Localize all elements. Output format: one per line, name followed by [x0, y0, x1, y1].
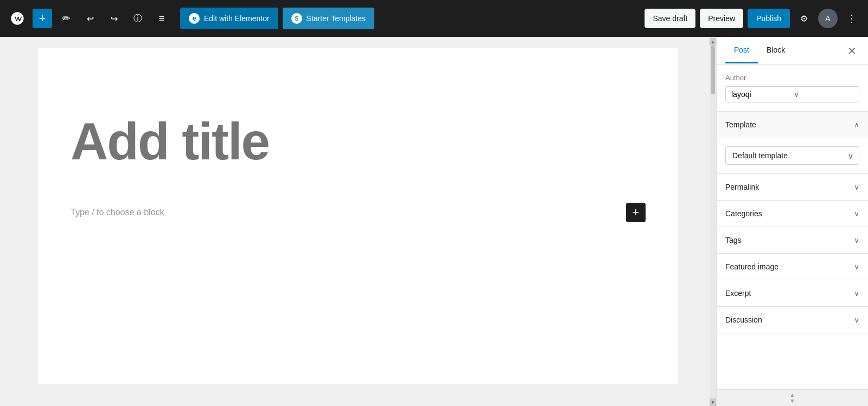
- tags-row[interactable]: Tags ∨: [717, 227, 868, 254]
- permalink-label: Permalink: [725, 183, 854, 191]
- author-label: Author: [725, 74, 859, 82]
- template-label: Template: [725, 120, 854, 129]
- type-hint-text: Type / to choose a block: [71, 208, 164, 217]
- pencil-icon: ✏: [62, 12, 71, 24]
- info-icon: ⓘ: [133, 13, 142, 24]
- discussion-collapse-icon: ∨: [854, 315, 859, 324]
- more-icon: ⋮: [847, 12, 857, 24]
- gear-icon: ⚙: [800, 14, 808, 24]
- scroll-up-arrow[interactable]: ▲: [710, 38, 716, 46]
- preview-button[interactable]: Preview: [700, 9, 743, 28]
- main-content: ▲ ▼ Add title Type / to choose a block +…: [0, 37, 868, 406]
- starter-templates-icon: S: [291, 13, 302, 24]
- featured-image-row[interactable]: Featured image ∨: [717, 254, 868, 280]
- info-button[interactable]: ⓘ: [128, 9, 148, 28]
- redo-icon: ↪: [111, 14, 118, 24]
- excerpt-row[interactable]: Excerpt ∨: [717, 280, 868, 307]
- starter-templates-button[interactable]: S Starter Templates: [283, 8, 374, 29]
- tags-collapse-icon: ∨: [854, 236, 859, 244]
- permalink-collapse-icon: ∨: [854, 183, 859, 191]
- toolbar: + ✏ ↩ ↪ ⓘ ≡ e Edit with Elementor S Star…: [0, 0, 868, 37]
- user-avatar-button[interactable]: A: [818, 9, 838, 28]
- edit-elementor-button[interactable]: e Edit with Elementor: [180, 8, 278, 29]
- editor-canvas: Add title Type / to choose a block +: [38, 48, 678, 384]
- menu-icon: ≡: [159, 13, 165, 24]
- elementor-icon: e: [189, 13, 200, 24]
- add-block-button[interactable]: +: [33, 9, 52, 28]
- template-row[interactable]: Template ∧: [717, 112, 868, 138]
- close-icon: ✕: [847, 44, 857, 57]
- excerpt-collapse-icon: ∨: [854, 289, 859, 298]
- permalink-row[interactable]: Permalink ∨: [717, 174, 868, 201]
- type-hint-area: Type / to choose a block +: [71, 203, 646, 222]
- save-draft-button[interactable]: Save draft: [644, 9, 695, 28]
- categories-collapse-icon: ∨: [854, 209, 859, 218]
- template-select-section: Default template ∨: [717, 138, 868, 174]
- sidebar-close-button[interactable]: ✕: [844, 43, 859, 59]
- wp-logo-button[interactable]: [7, 8, 28, 29]
- avatar-icon: A: [825, 14, 830, 23]
- author-value: layoqi: [731, 90, 792, 99]
- undo-button[interactable]: ↩: [80, 9, 100, 28]
- editor-area: ▲ ▼ Add title Type / to choose a block +: [0, 37, 716, 406]
- template-collapse-icon: ∧: [854, 120, 859, 129]
- sidebar: Post Block ✕ Author layoqi ∨ Te: [716, 37, 868, 406]
- undo-icon: ↩: [87, 14, 94, 24]
- toolbar-right: Save draft Preview Publish ⚙ A ⋮: [644, 9, 861, 28]
- template-select-wrapper: Default template ∨: [725, 146, 859, 165]
- author-section: Author layoqi ∨: [717, 65, 868, 112]
- title-placeholder[interactable]: Add title: [71, 113, 646, 170]
- tab-post[interactable]: Post: [725, 38, 758, 63]
- more-options-button[interactable]: ⋮: [842, 9, 861, 28]
- tab-block[interactable]: Block: [758, 38, 794, 63]
- categories-label: Categories: [725, 209, 854, 218]
- publish-button[interactable]: Publish: [748, 9, 790, 28]
- author-select[interactable]: layoqi ∨: [725, 86, 859, 102]
- edit-mode-button[interactable]: ✏: [56, 9, 76, 28]
- add-block-inline-button[interactable]: +: [626, 203, 646, 222]
- sidebar-content: Author layoqi ∨ Template ∧ Default templ…: [717, 65, 868, 389]
- editor-scrollbar[interactable]: ▲ ▼: [710, 37, 716, 406]
- sidebar-scroll-down[interactable]: ▼: [790, 398, 795, 404]
- featured-image-label: Featured image: [725, 262, 854, 271]
- sidebar-header: Post Block ✕: [717, 37, 868, 65]
- discussion-label: Discussion: [725, 315, 854, 324]
- tags-label: Tags: [725, 236, 854, 244]
- sidebar-scroll-up[interactable]: ▲: [790, 392, 795, 398]
- settings-button[interactable]: ⚙: [794, 9, 814, 28]
- discussion-row[interactable]: Discussion ∨: [717, 307, 868, 333]
- sidebar-scrollbar: ▲ ▼: [717, 389, 868, 406]
- template-section: Template ∧ Default template ∨: [717, 112, 868, 174]
- redo-button[interactable]: ↪: [104, 9, 124, 28]
- featured-image-collapse-icon: ∨: [854, 262, 859, 271]
- scroll-down-arrow[interactable]: ▼: [710, 398, 716, 406]
- excerpt-label: Excerpt: [725, 289, 854, 298]
- author-dropdown-icon: ∨: [794, 90, 854, 99]
- scroll-thumb[interactable]: [711, 46, 715, 94]
- menu-button[interactable]: ≡: [152, 9, 171, 28]
- categories-row[interactable]: Categories ∨: [717, 201, 868, 227]
- template-select[interactable]: Default template: [725, 146, 859, 165]
